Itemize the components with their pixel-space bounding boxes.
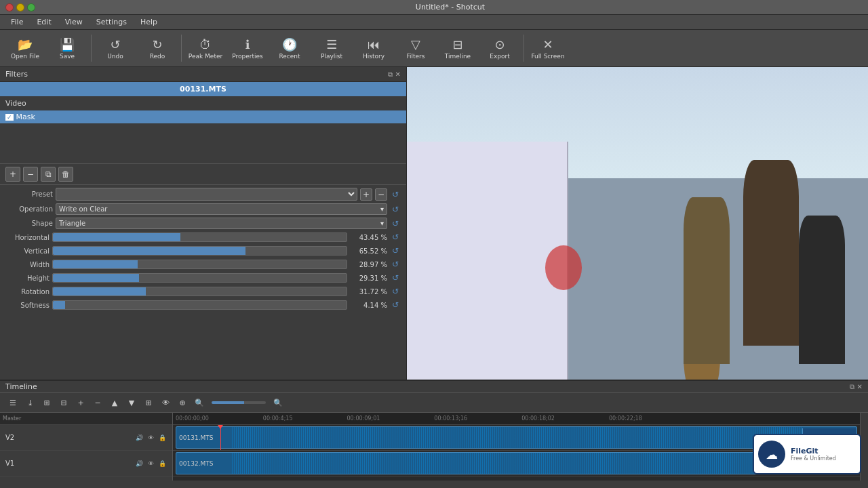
playlist-button[interactable]: ☰ Playlist: [312, 32, 351, 64]
toolbar-separator-2: [181, 35, 182, 62]
softness-row: Softness 4.14 % ↺: [5, 300, 401, 310]
timeline-paste-button[interactable]: ⊟: [56, 395, 71, 410]
track-v1-name: V1: [5, 460, 14, 467]
rotation-value: 31.72 %: [350, 288, 387, 296]
rotation-slider[interactable]: [52, 287, 347, 296]
timeline-zoom-slider[interactable]: [212, 401, 266, 404]
shape-value: Triangle: [59, 220, 85, 227]
width-value: 28.97 %: [350, 261, 387, 268]
overwrite-button[interactable]: ▼: [124, 395, 139, 410]
timeline-content: Master V2 🔊 👁 🔒 V1 🔊: [0, 413, 868, 481]
redo-button[interactable]: ↻ Redo: [138, 32, 177, 64]
panel-close-button[interactable]: ✕: [395, 70, 401, 79]
timeline-button[interactable]: ⊟ Timeline: [438, 32, 477, 64]
redo-icon: ↻: [152, 37, 162, 52]
maximize-button[interactable]: [27, 3, 35, 12]
shape-reset-button[interactable]: ↺: [390, 218, 401, 229]
timeline-float-button[interactable]: ⧉: [850, 383, 854, 391]
peak-meter-button[interactable]: ⏱ Peak Meter: [186, 32, 225, 64]
ruler-5: 00:00:22;18: [609, 415, 642, 422]
ruler-1: 00:00:4;15: [263, 415, 293, 422]
export-button[interactable]: ⊙ Export: [480, 32, 519, 64]
operation-reset-button[interactable]: ↺: [390, 204, 401, 215]
properties-button[interactable]: ℹ Properties: [228, 32, 267, 64]
height-label: Height: [5, 274, 50, 282]
recent-button[interactable]: 🕐 Recent: [270, 32, 309, 64]
open-file-button[interactable]: 📂 Open File: [5, 32, 45, 64]
height-reset-button[interactable]: ↺: [390, 272, 401, 283]
playlist-icon: ☰: [326, 37, 337, 52]
vertical-label: Vertical: [5, 247, 50, 255]
shape-dropdown[interactable]: Triangle ▾: [56, 218, 387, 229]
history-button[interactable]: ⏮ History: [354, 32, 393, 64]
scene-person-1: [743, 160, 799, 346]
add-filter-button[interactable]: +: [5, 167, 20, 182]
panel-controls: ⧉ ✕: [388, 70, 401, 79]
full-screen-button[interactable]: ✕ Full Screen: [528, 32, 568, 64]
preset-select[interactable]: [56, 188, 357, 201]
filters-button[interactable]: ▽ Filters: [396, 32, 435, 64]
menu-file[interactable]: File: [4, 15, 30, 29]
preset-reset-button[interactable]: ↺: [390, 189, 401, 200]
close-button[interactable]: [5, 3, 14, 12]
timeline-ripple-button[interactable]: ⤓: [22, 395, 37, 410]
zoom-out-button[interactable]: 🔍: [192, 395, 207, 410]
softness-reset-button[interactable]: ↺: [390, 300, 401, 310]
delete-filter-button[interactable]: 🗑: [58, 167, 73, 182]
horizontal-row: Horizontal 43.45 % ↺: [5, 232, 401, 243]
operation-row: Operation Write on Clear ▾ ↺: [5, 203, 401, 215]
menu-edit[interactable]: Edit: [30, 15, 58, 29]
minimize-button[interactable]: [16, 3, 24, 12]
filters-panel-title: Filters: [5, 70, 28, 79]
track-v2-lock-icon[interactable]: 🔒: [157, 433, 167, 443]
operation-dropdown[interactable]: Write on Clear ▾: [56, 203, 387, 215]
softness-slider[interactable]: [52, 300, 347, 310]
add-track-button[interactable]: +: [73, 395, 88, 410]
filter-empty-area: [0, 123, 406, 164]
split-button[interactable]: ⊞: [141, 395, 156, 410]
horizontal-slider[interactable]: [52, 232, 347, 242]
vertical-reset-button[interactable]: ↺: [390, 245, 401, 256]
track-labels: Master V2 🔊 👁 🔒 V1 🔊: [0, 413, 173, 481]
rotation-label: Rotation: [5, 288, 50, 296]
timeline-toolbar: ☰ ⤓ ⊞ ⊟ + − ▲ ▼ ⊞ 👁 ⊕ 🔍 🔍: [0, 393, 868, 413]
panel-float-button[interactable]: ⧉: [388, 70, 393, 79]
height-slider[interactable]: [52, 273, 347, 283]
toolbar: 📂 Open File 💾 Save ↺ Undo ↻ Redo ⏱ Peak …: [0, 30, 868, 67]
track-v1-lock-icon[interactable]: 🔒: [157, 459, 167, 468]
preset-add-button[interactable]: +: [360, 188, 372, 201]
track-v1-eye-icon[interactable]: 👁: [146, 459, 155, 468]
track-v1-audio-icon[interactable]: 🔊: [134, 459, 144, 468]
remove-track-button[interactable]: −: [90, 395, 105, 410]
rotation-reset-button[interactable]: ↺: [390, 286, 401, 297]
copy-filter-button[interactable]: ⧉: [41, 167, 56, 182]
menu-settings[interactable]: Settings: [90, 15, 134, 29]
undo-label: Undo: [107, 53, 123, 60]
filegit-badge: ☁ FileGit Free & Unlimited: [753, 434, 861, 474]
width-reset-button[interactable]: ↺: [390, 259, 401, 270]
menu-help[interactable]: Help: [134, 15, 164, 29]
zoom-in-button[interactable]: 🔍: [271, 395, 285, 410]
menu-view[interactable]: View: [58, 15, 90, 29]
save-button[interactable]: 💾 Save: [47, 32, 87, 64]
vertical-slider[interactable]: [52, 246, 347, 256]
preset-row: Preset + − ↺: [5, 188, 401, 201]
undo-button[interactable]: ↺ Undo: [96, 32, 135, 64]
width-label: Width: [5, 261, 50, 268]
timeline-menu-button[interactable]: ☰: [5, 395, 20, 410]
horizontal-reset-button[interactable]: ↺: [390, 232, 401, 243]
eye-button[interactable]: 👁: [158, 395, 173, 410]
track-v2-audio-icon[interactable]: 🔊: [134, 433, 144, 443]
preset-remove-button[interactable]: −: [375, 188, 387, 201]
width-slider[interactable]: [52, 260, 347, 269]
ripple-markers-button[interactable]: ⊕: [175, 395, 190, 410]
lift-button[interactable]: ▲: [107, 395, 122, 410]
horizontal-label: Horizontal: [5, 234, 50, 241]
properties-icon: ℹ: [245, 37, 250, 52]
track-v2-eye-icon[interactable]: 👁: [146, 433, 155, 443]
timeline-close-button[interactable]: ✕: [857, 383, 863, 391]
mask-checkbox[interactable]: ✓: [5, 114, 14, 121]
timeline-copy-button[interactable]: ⊞: [39, 395, 54, 410]
mask-filter-item[interactable]: ✓ Mask: [0, 110, 406, 123]
remove-filter-button[interactable]: −: [23, 167, 38, 182]
